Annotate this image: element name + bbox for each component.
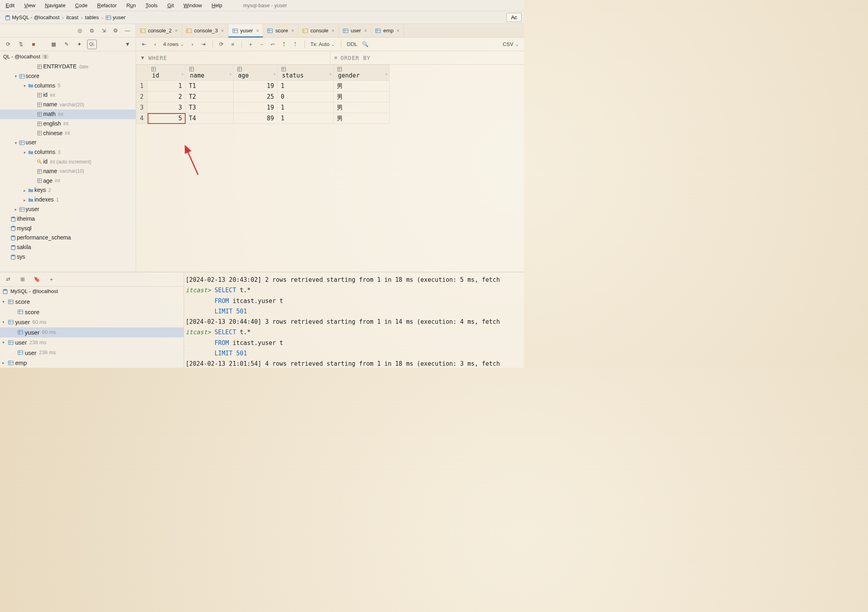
col-header-name[interactable]: name◇ [186, 65, 234, 81]
menu-run[interactable]: Run [122, 1, 141, 10]
sort-icon[interactable]: ◇ [182, 72, 184, 76]
tree-node-english[interactable]: englishint [0, 119, 136, 129]
sort-icon[interactable]: ◇ [330, 72, 332, 76]
cell-gender[interactable]: 男 [334, 92, 390, 102]
grid-icon[interactable]: ▦ [49, 40, 58, 49]
tree-node-indexes[interactable]: ▸indexes1 [0, 195, 136, 205]
menu-view[interactable]: View [19, 1, 40, 10]
database-tree[interactable]: ENTRYDATEdate▾score▾columns5idintnamevar… [0, 62, 136, 272]
add-icon[interactable]: ＋ [46, 275, 56, 284]
ddl-button[interactable]: DDL [345, 41, 359, 47]
tree-node-yuser[interactable]: ▸yuser [0, 205, 136, 214]
console-output[interactable]: [2024-02-13 20:43:02] 2 rows retrieved s… [184, 272, 524, 368]
next-page-icon[interactable]: › [188, 40, 197, 49]
edit-icon[interactable]: ✎ [62, 40, 71, 49]
tree-node-age[interactable]: ageint [0, 176, 136, 186]
tree-node-math[interactable]: mathint [0, 110, 136, 119]
filter-toggle-icon[interactable]: ⧉ [87, 26, 96, 36]
reload-icon[interactable]: ⟳ [217, 40, 226, 49]
close-icon[interactable]: × [332, 28, 334, 34]
cell-id[interactable]: 3 [148, 102, 186, 113]
sync-icon[interactable]: ⇅ [16, 40, 26, 49]
tree-node-performance_schema[interactable]: performance_schema [0, 233, 136, 243]
tree-node-score[interactable]: ▾score [0, 72, 136, 81]
menu-window[interactable]: Window [179, 1, 207, 10]
revert-icon[interactable]: ⤺ [268, 40, 278, 49]
service-node-score[interactable]: ▾score [0, 297, 184, 307]
tree-node-columns[interactable]: ▾columns5 [0, 81, 136, 91]
tree-node-entrydate[interactable]: ENTRYDATEdate [0, 62, 136, 72]
pin-icon[interactable]: ✦ [74, 40, 84, 49]
service-node-user[interactable]: user238 ms [0, 348, 184, 358]
sort-icon[interactable]: ◇ [230, 72, 232, 76]
toolbar-action-button[interactable]: Ac [506, 13, 522, 22]
tree-node-itheima[interactable]: itheima [0, 214, 136, 224]
crumb-connection[interactable]: MySQL - @localhost [12, 14, 60, 20]
cell-id[interactable]: 2 [148, 92, 186, 102]
col-header-status[interactable]: status◇ [278, 65, 334, 81]
col-header-gender[interactable]: gender◇ [334, 65, 390, 81]
cell-name[interactable]: T4 [186, 113, 234, 124]
search-icon[interactable]: 🔍 [360, 40, 370, 49]
data-row[interactable]: 45T4891男 [136, 113, 390, 124]
cell-name[interactable]: T2 [186, 92, 234, 102]
cell-status[interactable]: 1 [278, 81, 334, 92]
last-page-icon[interactable]: ⇥ [199, 40, 208, 49]
tree-node-keys[interactable]: ▸keys2 [0, 185, 136, 195]
cell-age[interactable]: 19 [234, 81, 278, 92]
close-icon[interactable]: × [397, 28, 400, 34]
tree-node-id[interactable]: idint [0, 90, 136, 100]
layout-icon[interactable]: ⇄ [3, 275, 13, 284]
where-filter[interactable]: ▼ WHERE [136, 51, 330, 64]
gear-icon[interactable]: ⚙ [111, 26, 120, 36]
prev-page-icon[interactable]: ‹ [150, 40, 160, 49]
cell-age[interactable]: 25 [234, 92, 278, 102]
close-icon[interactable]: × [364, 28, 367, 34]
tab-console_2[interactable]: console_2× [136, 24, 182, 37]
tree-node-sakila[interactable]: sakila [0, 243, 136, 252]
tab-console[interactable]: console× [298, 24, 339, 37]
tree-node-sys[interactable]: sys [0, 252, 136, 262]
upload-icon[interactable]: ⭡ [291, 40, 300, 49]
col-header-age[interactable]: age◇ [234, 65, 278, 81]
tree-node-name[interactable]: namevarchar(10) [0, 167, 136, 176]
sql-icon[interactable]: QL [87, 40, 97, 49]
menu-refactor[interactable]: Refactor [92, 1, 122, 10]
tree-node-id[interactable]: idint (auto increment) [0, 157, 136, 167]
cell-id[interactable]: 1 [148, 81, 186, 92]
sort-icon[interactable]: ◇ [274, 72, 276, 76]
cell-status[interactable]: 0 [278, 92, 334, 102]
menu-tools[interactable]: Tools [141, 1, 162, 10]
service-node-yuser[interactable]: yuser60 ms [0, 327, 184, 338]
cell-gender[interactable]: 男 [334, 102, 390, 113]
service-node-yuser[interactable]: ▾yuser60 ms [0, 317, 184, 327]
tx-mode[interactable]: Tx: Auto ⌄ [309, 41, 337, 47]
tree-node-mysql[interactable]: mysql [0, 224, 136, 233]
data-row[interactable]: 22T2250男 [136, 92, 390, 102]
col-header-id[interactable]: id◇ [148, 65, 186, 81]
data-grid[interactable]: id◇name◇age◇status◇gender◇11T1191男22T225… [136, 65, 524, 124]
cell-gender[interactable]: 男 [334, 81, 390, 92]
tab-score[interactable]: score× [263, 24, 298, 37]
data-row[interactable]: 11T1191男 [136, 81, 390, 92]
stop-query-icon[interactable]: ■ [228, 40, 238, 49]
sidebar-connection-title[interactable]: QL - @localhost 9 [0, 51, 136, 62]
tab-yuser[interactable]: yuser× [228, 24, 264, 37]
crumb-schema[interactable]: itcast [66, 14, 78, 20]
service-node-emp[interactable]: ▸emp [0, 358, 184, 368]
row-count-label[interactable]: 4 rows ⌄ [162, 41, 186, 47]
data-row[interactable]: 33T3191男 [136, 102, 390, 113]
add-row-icon[interactable]: ＋ [246, 40, 256, 49]
menu-git[interactable]: Git [162, 1, 179, 10]
crumb-table[interactable]: yuser [113, 14, 126, 20]
menu-code[interactable]: Code [70, 1, 92, 10]
first-page-icon[interactable]: ⇤ [139, 40, 149, 49]
services-tree[interactable]: ▾scorescore▾yuser60 msyuser60 ms▾user238… [0, 296, 184, 368]
cell-status[interactable]: 1 [278, 113, 334, 124]
tree-node-columns[interactable]: ▾columns3 [0, 148, 136, 157]
bookmark-icon[interactable]: 🔖 [32, 275, 42, 284]
sort-icon[interactable]: ◇ [386, 72, 388, 76]
refresh-icon[interactable]: ⟳ [3, 40, 13, 49]
cell-age[interactable]: 19 [234, 102, 278, 113]
export-format[interactable]: CSV ⌄ [501, 41, 521, 47]
